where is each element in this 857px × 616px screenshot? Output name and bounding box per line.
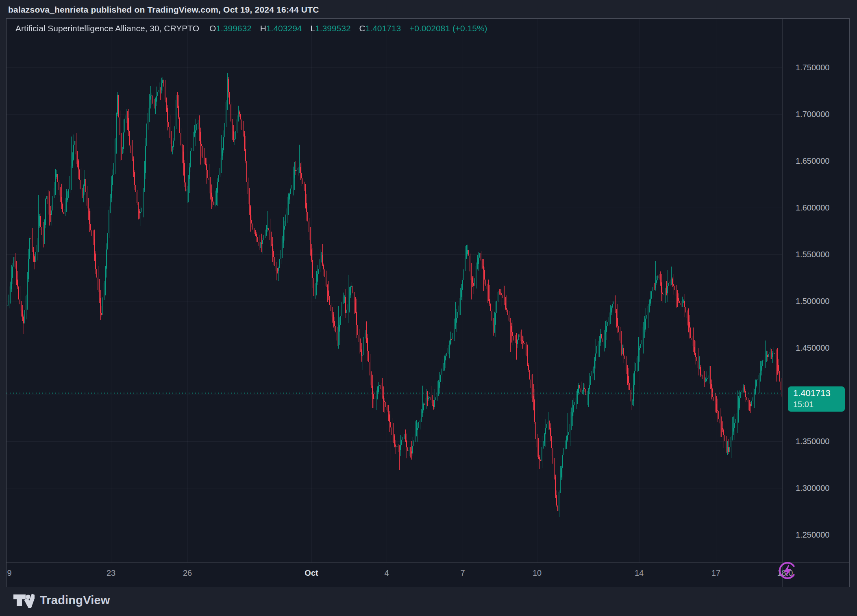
ohlc-low-label: L bbox=[310, 24, 315, 33]
current-price-value: 1.401713 bbox=[793, 387, 845, 399]
change-value: +0.002081 (+0.15%) bbox=[409, 24, 487, 33]
ohlc-high-value: 1.403294 bbox=[266, 24, 302, 33]
time-tick-label: 26 bbox=[183, 568, 192, 578]
ohlc-close-value: 1.401713 bbox=[365, 24, 401, 33]
symbol-title: Artificial Superintelligence Alliance, 3… bbox=[15, 24, 199, 33]
price-tick-label: 1.500000 bbox=[796, 297, 844, 306]
tradingview-logo-icon bbox=[13, 592, 35, 608]
ohlc-open-value: 1.399632 bbox=[216, 24, 252, 33]
price-tick-label: 1.600000 bbox=[796, 203, 844, 212]
time-tick-label: 4 bbox=[384, 568, 389, 578]
tradingview-logo-text: TradingView bbox=[40, 594, 110, 607]
price-tick-label: 1.250000 bbox=[796, 530, 844, 539]
time-tick-label: Oct bbox=[305, 568, 318, 578]
time-tick-label: 14 bbox=[635, 568, 644, 578]
time-tick-label: 7 bbox=[460, 568, 465, 578]
current-price-badge: 1.401713 15:01 bbox=[788, 386, 845, 412]
chart-frame: Artificial Superintelligence Alliance, 3… bbox=[6, 18, 850, 587]
price-tick-label: 1.700000 bbox=[796, 110, 844, 119]
candlestick-plot[interactable] bbox=[7, 19, 782, 562]
price-tick-label: 1.300000 bbox=[796, 484, 844, 492]
time-tick-label: 23 bbox=[107, 568, 115, 578]
ohlc-high-label: H bbox=[260, 24, 266, 33]
legend: Artificial Superintelligence Alliance, 3… bbox=[15, 24, 487, 33]
time-tick-label: 9 bbox=[7, 568, 11, 578]
bar-countdown: 15:01 bbox=[793, 399, 845, 409]
price-tick-label: 1.350000 bbox=[796, 437, 844, 446]
price-axis-separator bbox=[782, 19, 783, 587]
price-tick-label: 1.450000 bbox=[796, 343, 844, 352]
publish-header: balazsova_henrieta published on TradingV… bbox=[8, 5, 319, 15]
ohlc-open-label: O bbox=[209, 24, 216, 33]
price-tick-label: 1.650000 bbox=[796, 156, 844, 165]
price-tick-label: 1.750000 bbox=[796, 63, 844, 72]
price-tick-label: 1.550000 bbox=[796, 250, 844, 259]
ohlc-low-value: 1.399532 bbox=[315, 24, 351, 33]
time-axis-separator bbox=[7, 562, 849, 563]
time-tick-label: 17 bbox=[711, 568, 720, 578]
tradingview-logo[interactable]: TradingView bbox=[13, 592, 110, 608]
lightning-bolt-icon bbox=[773, 556, 802, 587]
ohlc-close-label: C bbox=[359, 24, 365, 33]
time-tick-label: 10 bbox=[533, 568, 542, 578]
